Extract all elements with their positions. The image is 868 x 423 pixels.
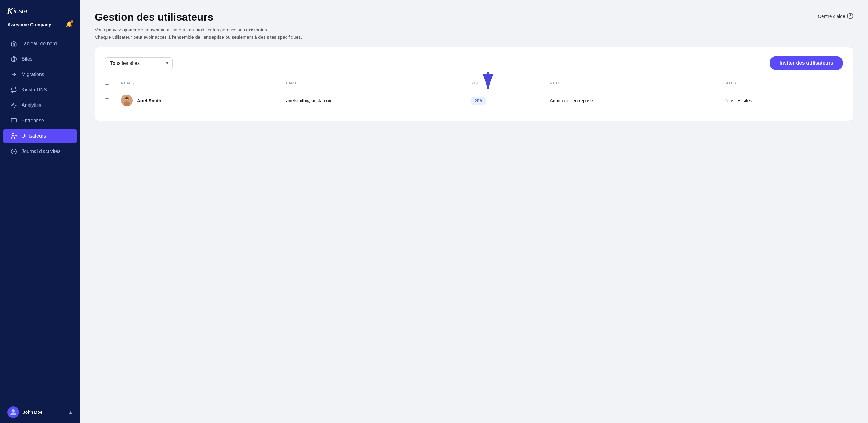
site-filter-wrapper: Tous les sites ▾ bbox=[105, 57, 173, 69]
company-name: Awesome Company bbox=[7, 22, 51, 27]
sidebar-item-entreprise[interactable]: Entreprise bbox=[3, 113, 77, 128]
2fa-badge: 2FA bbox=[471, 97, 485, 105]
help-label: Centre d'aide bbox=[818, 13, 845, 19]
sidebar-item-analytics[interactable]: Analytics bbox=[3, 98, 77, 113]
users-table: NOM ↑ EMAIL 2FA RÔLE SITES bbox=[105, 78, 843, 112]
sidebar-item-label-utilisateurs: Utilisateurs bbox=[22, 133, 46, 139]
sidebar-item-sites[interactable]: Sites bbox=[3, 52, 77, 66]
notification-dot bbox=[71, 20, 73, 23]
row-checkbox[interactable] bbox=[105, 98, 109, 102]
sidebar-item-label-entreprise: Entreprise bbox=[22, 118, 44, 123]
user-email: arielsmith@kinsta.com bbox=[286, 98, 333, 103]
sort-icon: ↑ bbox=[133, 81, 134, 85]
main-content: Gestion des utilisateurs Vous pouvez ajo… bbox=[80, 0, 868, 423]
page-header: Gestion des utilisateurs Vous pouvez ajo… bbox=[80, 0, 868, 47]
svg-point-17 bbox=[128, 99, 128, 100]
page-title: Gestion des utilisateurs bbox=[95, 11, 302, 23]
table-body: Ariel Smith arielsmith@kinsta.com bbox=[105, 89, 843, 112]
header-sites: SITES bbox=[719, 78, 843, 89]
entreprise-icon bbox=[10, 117, 17, 124]
header-role: RÔLE bbox=[545, 78, 719, 89]
user-name-cell: Ariel Smith bbox=[116, 89, 281, 112]
sidebar-item-label-migrations: Migrations bbox=[22, 72, 44, 77]
footer-user-name: John Doe bbox=[23, 410, 65, 415]
sidebar-item-label-journal: Journal d'activités bbox=[22, 149, 61, 154]
user-footer[interactable]: John Doe ▲ bbox=[0, 401, 80, 423]
migrations-icon bbox=[10, 71, 17, 78]
logo-rest: insta bbox=[13, 7, 27, 15]
col-role-label: RÔLE bbox=[550, 81, 561, 85]
sidebar-item-label-dns: Kinsta DNS bbox=[22, 87, 47, 93]
subtitle-line1: Vous pouvez ajouter de nouveaux utilisat… bbox=[95, 27, 268, 32]
user-role-cell: Admin de l'entreprise bbox=[545, 89, 719, 112]
journal-icon bbox=[10, 148, 17, 155]
select-all-checkbox[interactable] bbox=[105, 81, 109, 85]
svg-point-6 bbox=[12, 133, 14, 136]
svg-rect-3 bbox=[11, 119, 17, 122]
svg-point-11 bbox=[12, 409, 15, 413]
sidebar-item-label-analytics: Analytics bbox=[22, 102, 41, 108]
avatar bbox=[121, 94, 133, 106]
table-row: Ariel Smith arielsmith@kinsta.com bbox=[105, 89, 843, 112]
sidebar-item-utilisateurs[interactable]: Utilisateurs bbox=[3, 129, 77, 144]
sidebar-item-migrations[interactable]: Migrations bbox=[3, 67, 77, 82]
user-avatar bbox=[7, 406, 19, 418]
col-sites-label: SITES bbox=[724, 81, 736, 85]
user-display-name: Ariel Smith bbox=[137, 98, 161, 103]
company-header: Awesome Company 🔔 bbox=[0, 19, 80, 33]
user-2fa-cell: 2FA bbox=[466, 89, 545, 112]
dns-icon bbox=[10, 87, 17, 93]
user-sites: Tous les sites bbox=[724, 98, 752, 103]
content-area: Tous les sites ▾ Inviter des utilisateur… bbox=[80, 47, 868, 133]
header-2fa: 2FA bbox=[466, 78, 545, 89]
sidebar-item-journal[interactable]: Journal d'activités bbox=[3, 144, 77, 159]
table-header: NOM ↑ EMAIL 2FA RÔLE SITES bbox=[105, 78, 843, 89]
analytics-icon bbox=[10, 102, 17, 109]
home-icon bbox=[10, 40, 17, 47]
card-toolbar: Tous les sites ▾ Inviter des utilisateur… bbox=[105, 56, 843, 70]
user-role: Admin de l'entreprise bbox=[550, 98, 593, 103]
logo-k: K bbox=[7, 7, 12, 16]
col-2fa-label: 2FA bbox=[471, 81, 479, 85]
sites-icon bbox=[10, 56, 17, 62]
sidebar-item-kinsta-dns[interactable]: Kinsta DNS bbox=[3, 83, 77, 97]
svg-point-9 bbox=[11, 149, 17, 154]
col-email-label: EMAIL bbox=[286, 81, 299, 85]
sidebar-item-label-tableau: Tableau de bord bbox=[22, 41, 57, 47]
header-nom: NOM ↑ bbox=[116, 78, 281, 89]
sidebar-item-tableau-de-bord[interactable]: Tableau de bord bbox=[3, 36, 77, 51]
sidebar-item-label-sites: Sites bbox=[22, 56, 33, 62]
help-link[interactable]: Centre d'aide ? bbox=[818, 13, 853, 19]
invite-users-button[interactable]: Inviter des utilisateurs bbox=[770, 56, 843, 70]
col-nom-label: NOM bbox=[121, 81, 130, 85]
site-filter-select[interactable]: Tous les sites bbox=[105, 57, 173, 69]
svg-point-16 bbox=[126, 99, 126, 100]
header-left: Gestion des utilisateurs Vous pouvez ajo… bbox=[95, 11, 302, 41]
svg-point-10 bbox=[13, 151, 15, 152]
page-subtitle: Vous pouvez ajouter de nouveaux utilisat… bbox=[95, 26, 302, 41]
subtitle-line2: Chaque utilisateur peut avoir accès à l'… bbox=[95, 34, 302, 40]
header-checkbox-col bbox=[105, 78, 116, 89]
header-email: EMAIL bbox=[281, 78, 467, 89]
sidebar: K insta Awesome Company 🔔 Tableau de bor… bbox=[0, 0, 80, 423]
help-icon: ? bbox=[847, 13, 853, 19]
sidebar-logo: K insta bbox=[0, 0, 80, 19]
nav-list: Tableau de bord Sites Migrations Kinsta … bbox=[0, 33, 80, 401]
chevron-up-icon: ▲ bbox=[68, 410, 73, 415]
user-email-cell: arielsmith@kinsta.com bbox=[281, 89, 467, 112]
user-sites-cell: Tous les sites bbox=[719, 89, 843, 112]
notification-bell[interactable]: 🔔 bbox=[66, 21, 73, 28]
users-card: Tous les sites ▾ Inviter des utilisateur… bbox=[95, 47, 853, 121]
row-checkbox-cell bbox=[105, 89, 116, 112]
utilisateurs-icon bbox=[10, 133, 17, 140]
